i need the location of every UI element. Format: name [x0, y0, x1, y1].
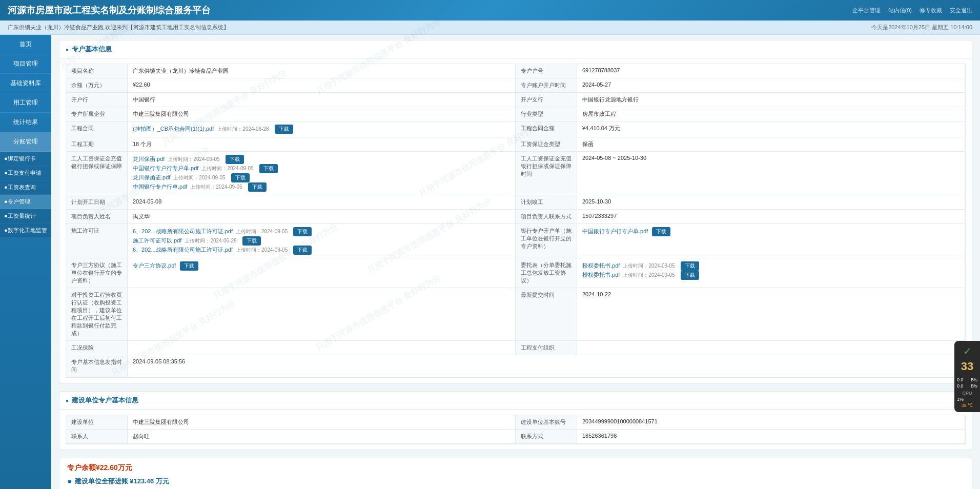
commission-label: 委托表（分单委托施工总包发放工资协议）: [516, 258, 577, 288]
warranty-type-label: 工资保证金类型: [516, 137, 577, 152]
contact-person-label: 联系人: [66, 430, 128, 444]
sidebar-item-project[interactable]: 项目管理: [0, 54, 51, 74]
contract-link[interactable]: (挂拍图）_CB承包合同(1)(1).pdf: [133, 126, 214, 132]
special-account-label: 专户户号: [516, 64, 577, 78]
responsible-contact-value: 15072333297: [577, 210, 965, 224]
account-number-label: 建设单位基本账号: [516, 415, 577, 430]
bank-open-value: 中国銀行专户行专户单.pdf 下载: [577, 224, 965, 258]
warranty-doc-3-link[interactable]: 龙川保函证.pdf: [133, 174, 170, 180]
main-layout: 首页 项目管理 基础资料库 用工管理 统计结果 分账管理 ●绑定银行卡 ●工资支…: [0, 35, 980, 489]
sidebar-item-basic[interactable]: 基础资料库: [0, 74, 51, 93]
nav-messages[interactable]: 站内信(0): [888, 7, 912, 14]
warranty-doc-1: 龙川保函.pdf 上传时间：2024-09-05 下载: [133, 155, 510, 164]
info-bar: 广东供锁夫业（龙川）冷链食品产业跑 欢迎来到【河源市建筑工地用工实名制信息系统】…: [0, 21, 980, 35]
sidebar-sub-salary-query[interactable]: ●工资表查询: [0, 180, 51, 195]
open-branch-label: 开户支行: [516, 93, 577, 107]
tripartite-link[interactable]: 专户三方协议.pdf: [133, 262, 176, 269]
contract-amount-value: ¥4,410.04 万元: [577, 121, 965, 137]
sidebar-sub-bind-card[interactable]: ●绑定银行卡: [0, 152, 51, 166]
warranty-doc-4-link[interactable]: 中国银行专户行单.pdf: [133, 184, 187, 190]
plan-start-value: 2024-05-08: [128, 195, 516, 210]
widget-number: 33: [957, 360, 977, 373]
nav-logout[interactable]: 安全退出: [950, 7, 972, 14]
permit-doc-1-download[interactable]: 下载: [293, 227, 312, 236]
warranty-doc-2-link[interactable]: 中国银行专户行专户单.pdf: [133, 165, 198, 171]
payment-info-value: [577, 341, 965, 355]
basic-info-header: 专户基本信息: [59, 40, 972, 58]
sidebar: 首页 项目管理 基础资料库 用工管理 统计结果 分账管理 ●绑定银行卡 ●工资支…: [0, 35, 51, 489]
construction-unit-label: 建设单位: [66, 415, 128, 430]
responsible-contact-label: 项目负责人联系方式: [516, 210, 577, 224]
breadcrumb: 广东供锁夫业（龙川）冷链食品产业跑 欢迎来到【河源市建筑工地用工实名制信息系统】: [8, 24, 871, 31]
nav-favorites[interactable]: 修专收藏: [920, 7, 942, 14]
warranty-doc-2-download[interactable]: 下载: [259, 164, 278, 173]
contract-label: 工程合同: [66, 121, 128, 137]
payment-note-value: [128, 288, 516, 341]
sidebar-item-home[interactable]: 首页: [0, 35, 51, 54]
account-open-period-label: 专户账户开户时间: [516, 78, 577, 93]
tripartite-download[interactable]: 下载: [180, 261, 198, 271]
construction-info-section: 建设单位专户基本信息 建设单位 中建三院集团有限公司 建设单位基本账号 2034…: [59, 391, 972, 450]
income-title: 建设单位全部进账 ¥123.46 万元: [75, 477, 169, 486]
nav-platform[interactable]: 企平台管理: [852, 7, 881, 14]
account-info-submit-value: 2024-09-05 08:35:56: [128, 355, 965, 377]
sidebar-item-split[interactable]: 分账管理: [0, 132, 51, 152]
commission-1-download[interactable]: 下载: [681, 261, 699, 271]
sidebar-sub-salary-apply[interactable]: ●工资支付申请: [0, 166, 51, 180]
open-bank-value: 中国银行: [128, 93, 516, 107]
basic-info-section: 专户基本信息 项目名称 广东供锁夫业（龙川）冷链食品产业园 专户户号 69127…: [59, 40, 972, 383]
app-title: 河源市房屋市政工程实名制及分账制综合服务平台: [8, 4, 852, 16]
open-branch-value: 中国银行龙源地方银行: [577, 93, 965, 107]
basic-info-body: 项目名称 广东供锁夫业（龙川）冷链食品产业园 专户户号 691278788037…: [59, 58, 972, 383]
balance-label: 余额（万元）: [66, 78, 128, 93]
stat-1-value: 0.0: [957, 377, 964, 382]
contract-value: (挂拍图）_CB承包合同(1)(1).pdf 上传时间：2024-06-28 下…: [128, 121, 516, 137]
responsible-name-label: 项目负责人姓名: [66, 210, 128, 224]
contract-amount-label: 工程合同金额: [516, 121, 577, 137]
special-account-value: 691278788037: [577, 64, 965, 78]
construction-info-header: 建设单位专户基本信息: [59, 392, 972, 410]
bank-open-link[interactable]: 中国銀行专户行专户单.pdf: [582, 228, 648, 234]
contact-method-value: 18526361798: [577, 430, 965, 444]
income-dot: ●: [67, 477, 72, 486]
floating-widget: ✓ 33 0.0 B/s 0.0 B/s CPU 1% 38 ℃: [954, 341, 980, 412]
bank-open-label: 银行专户开户单（施工单位在银行开立的专户资料）: [516, 224, 577, 258]
commission-2-download[interactable]: 下载: [681, 271, 699, 280]
contract-upload-time: 上传时间：2024-06-28: [217, 126, 269, 132]
safety-value: [128, 341, 516, 355]
permit-doc-3-download[interactable]: 下载: [293, 246, 312, 255]
widget-stats: 0.0 B/s 0.0 B/s CPU 1% 38 ℃: [957, 377, 977, 408]
warranty-doc-3-download[interactable]: 下载: [231, 173, 250, 182]
permit-doc-2-download[interactable]: 下载: [242, 236, 261, 246]
open-bank-label: 开户行: [66, 93, 128, 107]
sidebar-sub-account-manage[interactable]: ●专户管理: [0, 195, 51, 209]
warranty-docs-label: 工人工资保证金充值银行担保或保证保障: [66, 152, 128, 195]
account-info-submit-label: 专户基本信息发指时间: [66, 355, 128, 377]
warranty-doc-1-link[interactable]: 龙川保函.pdf: [133, 156, 165, 162]
project-name-value: 广东供锁夫业（龙川）冷链食品产业园: [128, 64, 516, 78]
sidebar-item-stats[interactable]: 统计结果: [0, 113, 51, 132]
construction-info-body: 建设单位 中建三院集团有限公司 建设单位基本账号 203449999001000…: [59, 410, 972, 450]
industry-type-value: 房屋市政工程: [577, 107, 965, 121]
plan-end-value: 2025-10-30: [577, 195, 965, 210]
warranty-doc-1-download[interactable]: 下载: [226, 155, 244, 164]
warranty-doc-3: 龙川保函证.pdf 上传时间：2024-09-05 下载: [133, 173, 510, 182]
basic-info-grid: 项目名称 广东供锁夫业（龙川）冷链食品产业园 专户户号 691278788037…: [66, 64, 966, 378]
widget-stat-2: 0.0 B/s: [957, 383, 977, 389]
sidebar-item-worker[interactable]: 用工管理: [0, 93, 51, 113]
contract-download-btn[interactable]: 下载: [275, 125, 293, 134]
sidebar-sub-salary-stats[interactable]: ●工资量统计: [0, 209, 51, 223]
summary-balance-title: 专户余额¥22.60万元: [67, 463, 964, 473]
warranty-doc-2: 中国银行专户行专户单.pdf 上传时间：2024-09-05 下载: [133, 164, 510, 173]
safety-label: 工况保险: [66, 341, 128, 355]
cpu-label: CPU: [957, 391, 977, 396]
check-icon: ✓: [957, 345, 977, 357]
temp-value: 38 ℃: [957, 403, 977, 408]
widget-stat-1: 0.0 B/s: [957, 377, 977, 382]
construction-info-grid: 建设单位 中建三院集团有限公司 建设单位基本账号 203449999001000…: [66, 415, 966, 444]
warranty-doc-4-download[interactable]: 下载: [248, 182, 267, 192]
bank-open-download[interactable]: 下载: [652, 227, 670, 236]
sidebar-sub-digital-map[interactable]: ●数字化工地监管: [0, 223, 51, 238]
balance-value: ¥22.60: [128, 78, 516, 93]
special-enterprise-value: 中建三院集团有限公司: [128, 107, 516, 121]
